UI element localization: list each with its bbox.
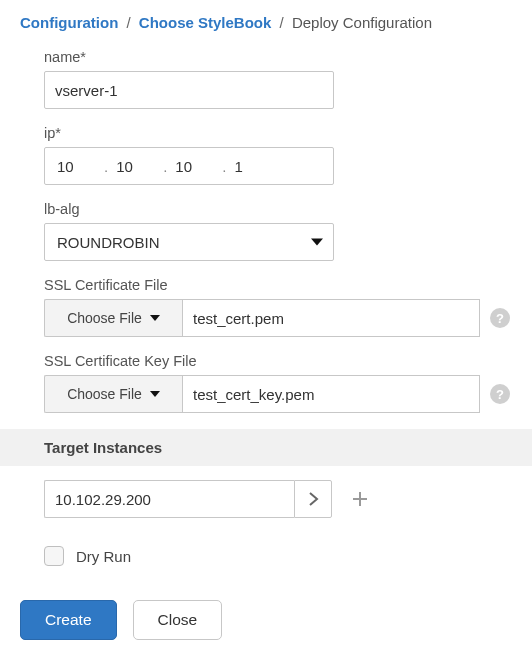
ip-input[interactable]: . . . — [44, 147, 334, 185]
breadcrumb-choose-stylebook[interactable]: Choose StyleBook — [139, 14, 272, 31]
ip-octet-2[interactable] — [108, 152, 163, 181]
add-target-instance-button[interactable] — [348, 487, 372, 511]
ip-label: ip* — [44, 125, 512, 141]
close-button[interactable]: Close — [133, 600, 223, 640]
chevron-down-icon — [150, 391, 160, 397]
lbalg-label: lb-alg — [44, 201, 512, 217]
chevron-down-icon — [311, 239, 323, 246]
target-instances-header: Target Instances — [0, 429, 532, 466]
help-icon[interactable]: ? — [490, 308, 510, 328]
lbalg-select[interactable]: ROUNDROBIN — [44, 223, 334, 261]
sslcert-label: SSL Certificate File — [44, 277, 512, 293]
target-instance-input[interactable] — [44, 480, 294, 518]
sslcertkey-label: SSL Certificate Key File — [44, 353, 512, 369]
create-button[interactable]: Create — [20, 600, 117, 640]
plus-icon — [350, 489, 370, 509]
choose-file-label: Choose File — [67, 310, 142, 326]
dryrun-label: Dry Run — [76, 548, 131, 565]
ip-octet-1[interactable] — [49, 152, 104, 181]
sslcert-choose-file-button[interactable]: Choose File — [44, 299, 182, 337]
breadcrumb-separator: / — [280, 14, 284, 31]
name-input[interactable] — [44, 71, 334, 109]
lbalg-value: ROUNDROBIN — [57, 234, 160, 251]
breadcrumb-configuration[interactable]: Configuration — [20, 14, 118, 31]
sslcert-filename: test_cert.pem — [182, 299, 480, 337]
ip-octet-3[interactable] — [167, 152, 222, 181]
choose-file-label: Choose File — [67, 386, 142, 402]
target-instance-browse-button[interactable] — [294, 480, 332, 518]
chevron-right-icon — [308, 491, 319, 507]
sslcertkey-filename: test_cert_key.pem — [182, 375, 480, 413]
name-label: name* — [44, 49, 512, 65]
dryrun-checkbox[interactable] — [44, 546, 64, 566]
help-icon[interactable]: ? — [490, 384, 510, 404]
breadcrumb-separator: / — [127, 14, 131, 31]
breadcrumb-current: Deploy Configuration — [292, 14, 432, 31]
chevron-down-icon — [150, 315, 160, 321]
ip-octet-4[interactable] — [227, 152, 282, 181]
sslcertkey-choose-file-button[interactable]: Choose File — [44, 375, 182, 413]
breadcrumb: Configuration / Choose StyleBook / Deplo… — [20, 14, 512, 31]
